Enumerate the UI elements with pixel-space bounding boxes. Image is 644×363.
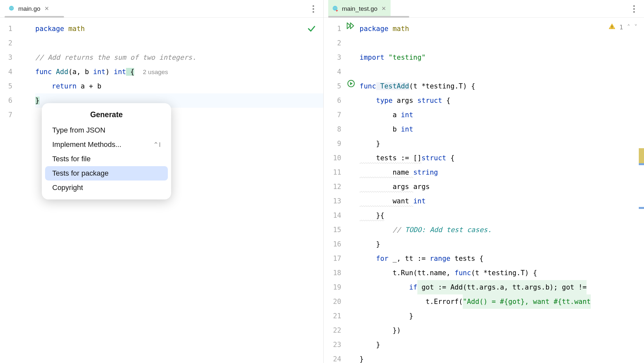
tab-more-menu-icon[interactable] (309, 5, 317, 13)
tab-main-test-go[interactable]: main_test.go ✕ (328, 0, 391, 17)
close-icon[interactable]: ✕ (44, 5, 49, 12)
warning-icon (608, 23, 616, 31)
svg-rect-11 (612, 25, 612, 27)
tab-label: main.go (18, 5, 40, 12)
go-test-file-icon (331, 5, 339, 12)
svg-point-8 (334, 8, 334, 8)
tab-main-go[interactable]: main.go ✕ (5, 0, 54, 17)
scroll-marker-warning[interactable] (639, 148, 644, 165)
inspection-ok-icon[interactable] (307, 24, 316, 33)
scroll-marker[interactable] (639, 163, 644, 165)
popup-item-type-from-json[interactable]: Type from JSON (45, 123, 168, 137)
chevron-up-icon[interactable]: ˄ (627, 23, 630, 31)
popup-item-copyright[interactable]: Copyright (45, 181, 168, 195)
tab-more-menu-icon[interactable] (630, 5, 638, 13)
generate-popup: Generate Type from JSON Implement Method… (42, 103, 171, 199)
popup-item-tests-for-file[interactable]: Tests for file (45, 152, 168, 166)
popup-item-tests-for-package[interactable]: Tests for package (45, 166, 168, 181)
svg-rect-12 (612, 28, 612, 28)
svg-point-4 (12, 8, 12, 8)
run-test-icon[interactable] (347, 80, 355, 89)
close-icon[interactable]: ✕ (381, 5, 386, 12)
tab-label: main_test.go (342, 5, 378, 12)
code-editor-right[interactable]: 123456789101112131415161718192021222324 … (324, 18, 644, 363)
line-gutter: 123456789101112131415161718192021222324 (324, 18, 360, 363)
svg-point-9 (336, 8, 336, 8)
popup-item-implement-methods[interactable]: Implement Methods...⌃I (45, 137, 168, 152)
tab-bar-right: main_test.go ✕ (324, 0, 644, 18)
line-gutter: 1234567 (0, 18, 35, 363)
go-file-icon (8, 5, 15, 12)
usages-hint[interactable]: 2 usages (143, 69, 168, 75)
editor-pane-right: main_test.go ✕ 1234567891011121314151617… (324, 0, 644, 363)
warning-count: 1 (620, 24, 623, 31)
svg-point-5 (333, 6, 338, 10)
code-area-right[interactable]: package math import "testing" func TestA… (360, 18, 644, 363)
editor-pane-left: main.go ✕ 1234567 package math // Add re… (0, 0, 324, 363)
svg-point-3 (10, 8, 11, 8)
scroll-marker[interactable] (639, 207, 644, 209)
chevron-down-icon[interactable]: ˅ (634, 23, 637, 31)
run-all-tests-icon[interactable] (346, 22, 356, 31)
tab-bar-left: main.go ✕ (0, 0, 323, 18)
inspection-summary[interactable]: 1 ˄ ˅ (608, 23, 637, 31)
popup-title: Generate (42, 108, 171, 123)
svg-point-0 (9, 6, 14, 10)
